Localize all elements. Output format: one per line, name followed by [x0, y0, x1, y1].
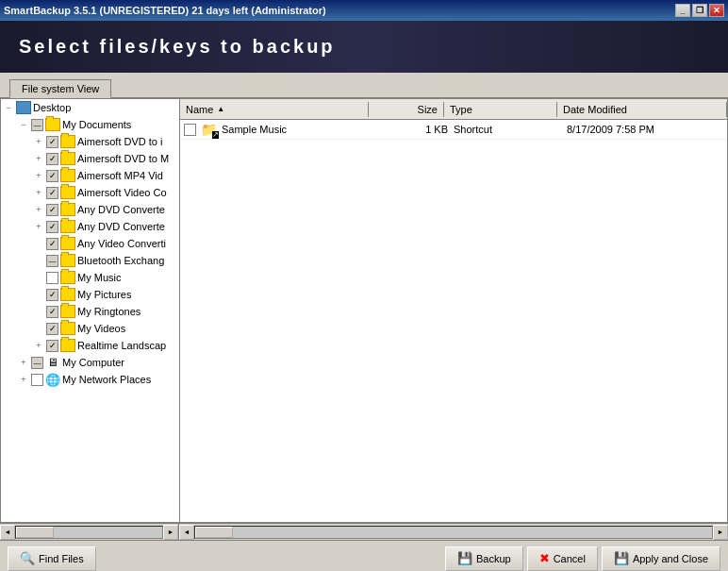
hscroll-left-btn-right[interactable]: ◄ — [179, 525, 194, 540]
tree-item-mynetwork[interactable]: + 🌐 My Network Places — [1, 371, 179, 388]
folder-icon-aimersoft2 — [60, 152, 75, 165]
main-content: − Desktop − My Documents + Aimersoft DVD… — [0, 98, 728, 523]
checkbox-mymusic[interactable] — [46, 272, 58, 284]
expander-anydvd1[interactable]: + — [31, 202, 46, 217]
folder-icon-mydocuments — [45, 118, 60, 131]
tree-item-anydvd1[interactable]: + Any DVD Converte — [1, 201, 179, 218]
expander-aimersoft4[interactable]: + — [31, 185, 46, 200]
apply-icon: 💾 — [614, 551, 629, 565]
tree-item-bluetooth[interactable]: + Bluetooth Exchang — [1, 252, 179, 269]
checkbox-myringtones[interactable] — [46, 306, 58, 318]
sort-arrow-up: ▲ — [217, 105, 224, 113]
tree-item-mymusic[interactable]: + My Music — [1, 269, 179, 286]
folder-icon-realtime — [60, 339, 75, 352]
folder-icon-mypictures — [60, 288, 75, 301]
expander-mynetwork[interactable]: + — [16, 372, 31, 387]
file-size-samplemusic: 1 KB — [378, 124, 454, 135]
expander-aimersoft1[interactable]: + — [31, 134, 46, 149]
tree-item-aimersoft3[interactable]: + Aimersoft MP4 Vid — [1, 167, 179, 184]
file-cb-samplemusic[interactable] — [184, 124, 196, 136]
tree-item-mycomputer[interactable]: + 🖥 My Computer — [1, 354, 179, 371]
tree-item-myvideos[interactable]: + My Videos — [1, 320, 179, 337]
file-type-samplemusic: Shortcut — [454, 124, 567, 135]
left-hscroll-track[interactable] — [15, 526, 163, 539]
checkbox-myvideos[interactable] — [46, 323, 58, 335]
hscroll-right-btn-left[interactable]: ► — [163, 525, 178, 540]
col-header-name[interactable]: Name ▲ — [180, 102, 369, 117]
folder-icon-aimersoft1 — [60, 135, 75, 148]
col-header-date[interactable]: Date Modified — [557, 102, 727, 117]
checkbox-aimersoft2[interactable] — [46, 153, 58, 165]
file-name-samplemusic: Sample Music — [218, 124, 378, 135]
folder-icon-aimersoft4 — [60, 186, 75, 199]
tree-label-aimersoft3: Aimersoft MP4 Vid — [77, 170, 163, 181]
col-header-type[interactable]: Type — [444, 102, 557, 117]
bottom-toolbar: 🔍 Find Files 💾 Backup ✖ Cancel 💾 Apply a… — [0, 540, 728, 571]
tree-label-aimersoft1: Aimersoft DVD to i — [77, 136, 162, 147]
checkbox-anydvd1[interactable] — [46, 204, 58, 216]
folder-icon-aimersoft3 — [60, 169, 75, 182]
checkbox-mynetwork[interactable] — [31, 374, 43, 386]
checkbox-mypictures[interactable] — [46, 289, 58, 301]
expander-aimersoft3[interactable]: + — [31, 168, 46, 183]
left-hscroll-thumb[interactable] — [16, 527, 54, 538]
hscroll-left-btn[interactable]: ◄ — [0, 525, 15, 540]
tree-item-myringtones[interactable]: + My Ringtones — [1, 303, 179, 320]
checkbox-mydocuments[interactable] — [31, 119, 43, 131]
checkbox-realtime[interactable] — [46, 340, 58, 352]
checkbox-anyvideo[interactable] — [46, 238, 58, 250]
checkbox-bluetooth[interactable] — [46, 255, 58, 267]
folder-icon-myringtones — [60, 305, 75, 318]
tree-item-aimersoft4[interactable]: + Aimersoft Video Co — [1, 184, 179, 201]
file-row-samplemusic[interactable]: 📁 Sample Music 1 KB Shortcut 8/17/2009 7… — [180, 120, 727, 140]
hscroll-right-btn-right[interactable]: ► — [713, 525, 728, 540]
checkbox-aimersoft4[interactable] — [46, 187, 58, 199]
tree-label-mypictures: My Pictures — [77, 289, 131, 300]
file-checkbox-samplemusic[interactable] — [180, 124, 199, 136]
col-header-size[interactable]: Size — [369, 102, 444, 117]
find-files-button[interactable]: 🔍 Find Files — [8, 546, 96, 571]
tree-scroll[interactable]: − Desktop − My Documents + Aimersoft DVD… — [1, 99, 179, 522]
tree-item-anyvideo[interactable]: + Any Video Converti — [1, 235, 179, 252]
expander-realtime[interactable]: + — [31, 338, 46, 353]
tree-item-mypictures[interactable]: + My Pictures — [1, 286, 179, 303]
cancel-button[interactable]: ✖ Cancel — [527, 546, 598, 571]
restore-button[interactable]: ❐ — [692, 4, 707, 17]
cancel-icon: ✖ — [539, 551, 550, 565]
expander-desktop[interactable]: − — [1, 100, 16, 115]
checkbox-anydvd2[interactable] — [46, 221, 58, 233]
col-size-label: Size — [418, 104, 438, 115]
tree-label-mynetwork: My Network Places — [62, 374, 151, 385]
backup-label: Backup — [476, 553, 511, 564]
tree-item-mydocuments[interactable]: − My Documents — [1, 116, 179, 133]
folder-icon-anydvd2 — [60, 220, 75, 233]
apply-close-label: Apply and Close — [633, 553, 708, 564]
tree-item-aimersoft2[interactable]: + Aimersoft DVD to M — [1, 150, 179, 167]
col-date-label: Date Modified — [563, 104, 627, 115]
expander-anydvd2[interactable]: + — [31, 219, 46, 234]
title-bar: SmartBackup 3.5.1 (UNREGISTERED) 21 days… — [0, 0, 728, 21]
backup-button[interactable]: 💾 Backup — [445, 546, 523, 571]
tree-item-realtime[interactable]: + Realtime Landscap — [1, 337, 179, 354]
close-button[interactable]: ✕ — [709, 4, 724, 17]
col-name-label: Name — [186, 104, 213, 115]
folder-icon-mymusic — [60, 271, 75, 284]
tab-filesystem[interactable]: File system View — [9, 79, 111, 98]
right-hscroll-track[interactable] — [194, 526, 713, 539]
checkbox-aimersoft1[interactable] — [46, 136, 58, 148]
expander-mydocuments[interactable]: − — [16, 117, 31, 132]
minimize-button[interactable]: _ — [675, 4, 690, 17]
tree-item-anydvd2[interactable]: + Any DVD Converte — [1, 218, 179, 235]
expander-mycomputer[interactable]: + — [16, 355, 31, 370]
title-text: SmartBackup 3.5.1 (UNREGISTERED) 21 days… — [4, 5, 326, 16]
expander-aimersoft2[interactable]: + — [31, 151, 46, 166]
checkbox-mycomputer[interactable] — [31, 357, 43, 369]
apply-close-button[interactable]: 💾 Apply and Close — [602, 546, 720, 571]
tree-label-aimersoft4: Aimersoft Video Co — [77, 187, 167, 198]
tree-item-desktop[interactable]: − Desktop — [1, 99, 179, 116]
tree-item-aimersoft1[interactable]: + Aimersoft DVD to i — [1, 133, 179, 150]
network-icon: 🌐 — [45, 373, 60, 387]
right-hscroll-thumb[interactable] — [195, 527, 233, 538]
checkbox-aimersoft3[interactable] — [46, 170, 58, 182]
folder-icon-anyvideo — [60, 237, 75, 250]
